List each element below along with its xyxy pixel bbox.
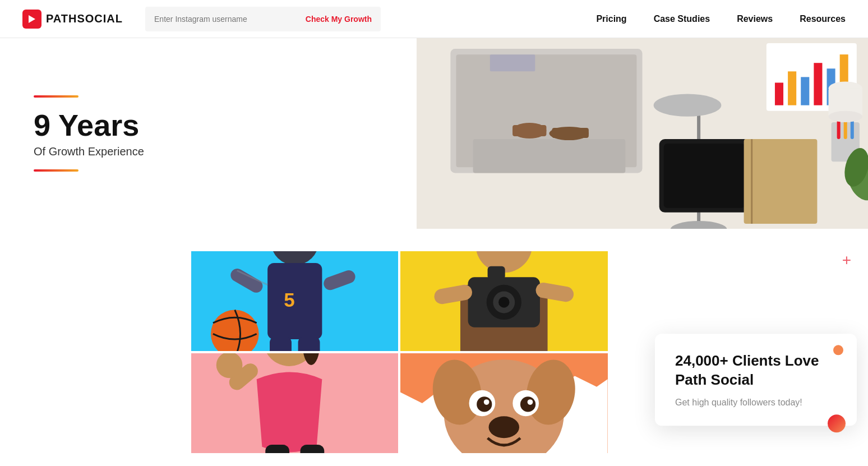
nav-link-case-studies[interactable]: Case Studies — [654, 14, 710, 24]
svg-point-69 — [477, 396, 492, 412]
svg-rect-17 — [788, 71, 796, 105]
svg-point-73 — [489, 416, 519, 438]
svg-point-70 — [520, 396, 535, 412]
nav-link-pricing[interactable]: Pricing — [596, 14, 626, 24]
svg-rect-14 — [664, 144, 745, 208]
popup-orange-dot — [833, 345, 843, 355]
svg-rect-9 — [490, 54, 535, 71]
check-growth-button[interactable]: Check My Growth — [306, 15, 372, 24]
svg-rect-61 — [300, 445, 324, 453]
svg-rect-40 — [270, 336, 292, 351]
svg-point-12 — [654, 94, 722, 117]
hero-years-text: 9 Years — [34, 109, 383, 142]
hero-section: 9 Years Of Growth Experience — [0, 38, 868, 229]
logo-text: PATHSOCIAL — [46, 12, 123, 25]
svg-rect-8 — [552, 128, 589, 138]
svg-rect-19 — [814, 63, 822, 105]
logo-area[interactable]: PATHSOCIAL — [22, 10, 123, 29]
gradient-line-top — [34, 95, 79, 98]
svg-rect-4 — [473, 139, 626, 173]
svg-point-50 — [498, 297, 509, 307]
svg-point-30 — [829, 111, 862, 122]
collage-cell-puppy — [400, 353, 608, 453]
nav-link-reviews[interactable]: Reviews — [737, 14, 773, 24]
plus-decoration: + — [842, 251, 851, 269]
svg-rect-16 — [775, 82, 783, 105]
svg-rect-18 — [801, 77, 809, 105]
popup-title: 24,000+ Clients Love Path Social — [675, 352, 837, 390]
svg-rect-7 — [513, 125, 546, 136]
collage-cell-photographer — [400, 251, 608, 351]
svg-rect-51 — [488, 266, 505, 279]
nav-link-resources[interactable]: Resources — [800, 14, 846, 24]
svg-rect-41 — [298, 336, 320, 351]
svg-rect-60 — [265, 445, 289, 453]
logo-icon — [22, 10, 41, 29]
svg-rect-22 — [744, 139, 818, 224]
svg-marker-0 — [29, 15, 35, 23]
popup-pink-dot — [828, 414, 846, 432]
svg-point-72 — [528, 399, 533, 405]
navbar: PATHSOCIAL Check My Growth Pricing Case … — [0, 0, 868, 38]
svg-point-71 — [484, 399, 490, 405]
collage-cell-fitness — [191, 353, 399, 453]
nav-links: Pricing Case Studies Reviews Resources — [596, 14, 846, 24]
popup-subtitle: Get high quality followers today! — [675, 398, 837, 408]
hero-left-content: 9 Years Of Growth Experience — [0, 38, 417, 229]
gradient-line-bottom — [34, 169, 79, 172]
collage-section: + 5 — [0, 229, 868, 466]
hero-image — [417, 38, 868, 229]
collage-cell-basketball: 5 — [191, 251, 399, 351]
instagram-username-input[interactable] — [154, 15, 306, 24]
popup-card: 24,000+ Clients Love Path Social Get hig… — [655, 334, 857, 426]
collage-grid: 5 — [191, 251, 608, 453]
svg-text:5: 5 — [284, 289, 294, 311]
search-bar: Check My Growth — [145, 7, 381, 31]
hero-subtitle-text: Of Growth Experience — [34, 145, 383, 158]
